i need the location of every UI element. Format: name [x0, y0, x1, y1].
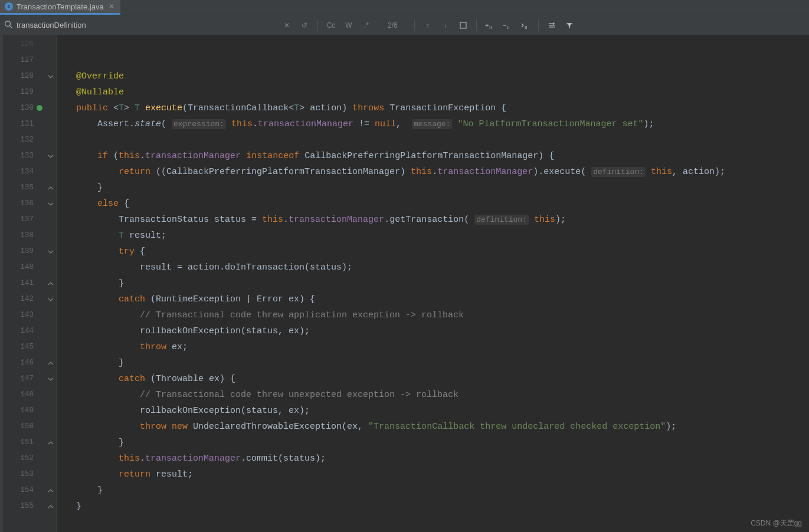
file-tab[interactable]: c TransactionTemplate.java ✕: [0, 0, 120, 15]
editor[interactable]: 126127128129130↑131132133134135136137138…: [0, 35, 809, 532]
code-line[interactable]: rollbackOnException(status, ex);: [76, 323, 809, 339]
fold-guide: [44, 451, 57, 467]
code-line[interactable]: rollbackOnException(status, ex);: [76, 403, 809, 419]
code-line[interactable]: return ((CallbackPreferringPlatformTrans…: [76, 164, 809, 180]
line-number[interactable]: 152: [3, 451, 44, 467]
fold-toggle-icon[interactable]: [44, 291, 57, 307]
code-line[interactable]: result = action.doInTransaction(status);: [76, 260, 809, 275]
regex-toggle[interactable]: .*: [359, 18, 374, 32]
code-line[interactable]: [76, 132, 809, 148]
fold-guide: [44, 307, 57, 323]
fold-toggle-icon[interactable]: [44, 355, 57, 371]
code-line[interactable]: public <T> T execute(TransactionCallback…: [76, 100, 809, 116]
line-number[interactable]: 132: [3, 132, 44, 148]
line-number[interactable]: 135: [3, 180, 44, 196]
add-selection-icon[interactable]: +II: [483, 18, 497, 32]
fold-toggle-icon[interactable]: [44, 275, 57, 291]
code-line[interactable]: [76, 52, 809, 68]
line-number[interactable]: 136: [3, 196, 44, 212]
code-line[interactable]: catch (RuntimeException | Error ex) {: [76, 291, 809, 307]
fold-toggle-icon[interactable]: [44, 498, 57, 514]
code-line[interactable]: @Override: [76, 68, 809, 84]
line-number[interactable]: 146: [3, 355, 44, 371]
fold-toggle-icon[interactable]: [44, 482, 57, 498]
line-number[interactable]: 139: [3, 244, 44, 260]
history-icon[interactable]: ↺: [297, 18, 312, 32]
line-number[interactable]: 134: [3, 164, 44, 180]
words-toggle[interactable]: W: [342, 18, 356, 32]
code-line[interactable]: }: [76, 498, 809, 514]
fold-toggle-icon[interactable]: [44, 371, 57, 387]
fold-toggle-icon[interactable]: [44, 180, 57, 196]
code-line[interactable]: }: [76, 180, 809, 196]
code-line[interactable]: @Nullable: [76, 84, 809, 100]
line-number[interactable]: 127: [3, 52, 44, 68]
code-line[interactable]: }: [76, 482, 809, 498]
code-line[interactable]: try {: [76, 244, 809, 260]
line-number[interactable]: 140: [3, 260, 44, 275]
next-match-icon[interactable]: ↓: [438, 18, 453, 32]
line-number[interactable]: 153: [3, 467, 44, 482]
fold-guide: [44, 419, 57, 435]
close-icon[interactable]: ✕: [107, 2, 116, 11]
clear-search-icon[interactable]: ✕: [280, 18, 294, 32]
fold-gutter[interactable]: [44, 35, 57, 532]
fold-toggle-icon[interactable]: [44, 68, 57, 84]
line-number[interactable]: 148: [3, 387, 44, 403]
code-line[interactable]: return result;: [76, 467, 809, 482]
code-line[interactable]: else {: [76, 196, 809, 212]
fold-toggle-icon[interactable]: [44, 196, 57, 212]
line-number[interactable]: 130↑: [3, 100, 44, 116]
fold-guide: [44, 403, 57, 419]
prev-match-icon[interactable]: ↑: [421, 18, 435, 32]
fold-toggle-icon[interactable]: [44, 244, 57, 260]
line-number[interactable]: 144: [3, 323, 44, 339]
search-input[interactable]: [17, 21, 276, 29]
line-number[interactable]: 142: [3, 291, 44, 307]
gutter-marker-icon[interactable]: [36, 104, 43, 111]
line-number[interactable]: 131: [3, 116, 44, 132]
line-number[interactable]: 128: [3, 68, 44, 84]
fold-toggle-icon[interactable]: [44, 148, 57, 164]
code-line[interactable]: catch (Throwable ex) {: [76, 371, 809, 387]
code-line[interactable]: // Transactional code threw unexpected e…: [76, 387, 809, 403]
line-number[interactable]: 129: [3, 84, 44, 100]
line-number[interactable]: 147: [3, 371, 44, 387]
match-case-toggle[interactable]: Cc: [324, 18, 338, 32]
line-number[interactable]: 133: [3, 148, 44, 164]
svg-line-1: [10, 26, 12, 28]
code-line[interactable]: }: [76, 275, 809, 291]
filter-icon[interactable]: [562, 18, 577, 32]
show-options-icon[interactable]: [545, 18, 559, 32]
line-number[interactable]: 143: [3, 307, 44, 323]
line-number[interactable]: 138: [3, 228, 44, 244]
tab-filename: TransactionTemplate.java: [17, 2, 104, 11]
line-number[interactable]: 154: [3, 482, 44, 498]
code-line[interactable]: }: [76, 435, 809, 451]
line-number[interactable]: 155: [3, 498, 44, 514]
code-line[interactable]: // Transactional code threw application …: [76, 307, 809, 323]
line-number[interactable]: 137: [3, 212, 44, 228]
line-number[interactable]: 151: [3, 435, 44, 451]
line-number[interactable]: 126: [3, 37, 44, 52]
select-all-icon[interactable]: [456, 18, 470, 32]
line-number-gutter[interactable]: 126127128129130↑131132133134135136137138…: [3, 35, 44, 532]
select-all-occurrences-icon[interactable]: II: [518, 18, 532, 32]
fold-toggle-icon[interactable]: [44, 435, 57, 451]
code-line[interactable]: TransactionStatus status = this.transact…: [76, 212, 809, 228]
code-line[interactable]: T result;: [76, 228, 809, 244]
line-number[interactable]: 149: [3, 403, 44, 419]
line-number[interactable]: 141: [3, 275, 44, 291]
line-number[interactable]: 145: [3, 339, 44, 355]
code-line[interactable]: this.transactionManager.commit(status);: [76, 451, 809, 467]
code-line[interactable]: throw new UndeclaredThrowableException(e…: [76, 419, 809, 435]
code-line[interactable]: }: [76, 355, 809, 371]
line-number[interactable]: 150: [3, 419, 44, 435]
fold-guide: [44, 164, 57, 180]
code-line[interactable]: Assert.state( expression: this.transacti…: [76, 116, 809, 132]
code-line[interactable]: throw ex;: [76, 339, 809, 355]
code-line[interactable]: if (this.transactionManager instanceof C…: [76, 148, 809, 164]
code-line[interactable]: [76, 37, 809, 52]
code-area[interactable]: @Override@Nullablepublic <T> T execute(T…: [57, 35, 809, 532]
remove-selection-icon[interactable]: −II: [500, 18, 515, 32]
